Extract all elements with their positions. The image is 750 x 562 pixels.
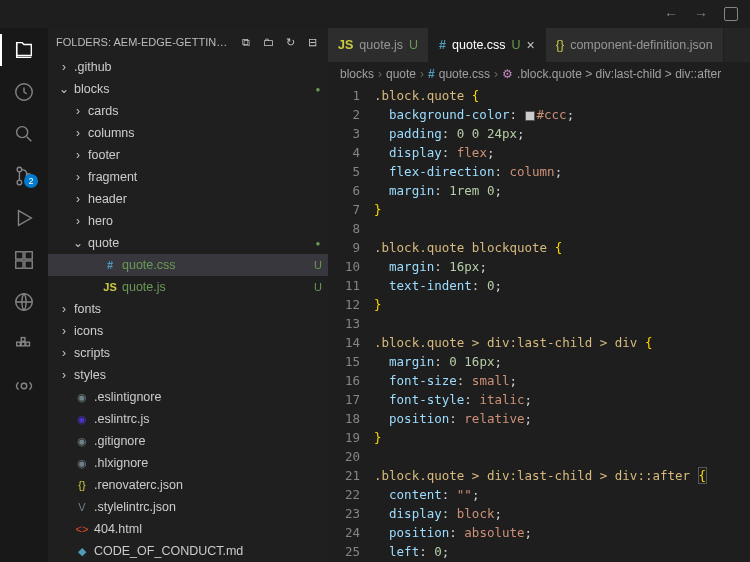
tab-status: U <box>409 38 418 52</box>
tab-quote.js[interactable]: JSquote.jsU <box>328 28 429 62</box>
nav-forward[interactable]: → <box>694 6 708 22</box>
titlebar: ← → <box>0 0 750 28</box>
folder-fonts[interactable]: ›fonts <box>48 298 328 320</box>
chevron-icon: › <box>58 60 70 74</box>
editor-area: JSquote.jsU#quote.cssU×{}component-defin… <box>328 28 750 562</box>
css-icon: # <box>102 259 118 271</box>
tree-label: fragment <box>88 170 304 184</box>
folder-scripts[interactable]: ›scripts <box>48 342 328 364</box>
activity-remote-icon[interactable] <box>10 288 38 316</box>
folder-styles[interactable]: ›styles <box>48 364 328 386</box>
html-icon: <> <box>74 523 90 535</box>
file-CODE_OF_CONDUCT.md[interactable]: ◆CODE_OF_CONDUCT.md <box>48 540 328 562</box>
json-icon: {} <box>556 38 564 52</box>
chevron-icon: › <box>58 368 70 382</box>
folder-columns[interactable]: ›columns <box>48 122 328 144</box>
chevron-icon: › <box>58 346 70 360</box>
chevron-right-icon: › <box>378 67 382 81</box>
activity-extensions-icon[interactable] <box>10 246 38 274</box>
svg-rect-8 <box>25 261 32 268</box>
chevron-icon <box>58 522 70 536</box>
tab-label: quote.css <box>452 38 506 52</box>
code-content[interactable]: .block.quote { background-color: #ccc; p… <box>374 86 750 562</box>
new-file-icon[interactable]: ⧉ <box>238 36 254 49</box>
tree-label: quote.css <box>122 258 304 272</box>
file-404.html[interactable]: <>404.html <box>48 518 328 540</box>
folder-title: FOLDERS: AEM-EDGE-GETTING-… <box>56 36 232 48</box>
svg-rect-11 <box>21 342 25 346</box>
folder-header[interactable]: ›header <box>48 188 328 210</box>
nav-back[interactable]: ← <box>664 6 678 22</box>
svg-point-1 <box>17 127 28 138</box>
tree-label: hero <box>88 214 304 228</box>
collapse-icon[interactable]: ⊟ <box>304 36 320 49</box>
svg-rect-10 <box>17 342 21 346</box>
file-.eslintignore[interactable]: ◉.eslintignore <box>48 386 328 408</box>
activity-timeline-icon[interactable] <box>10 78 38 106</box>
layout-toggle[interactable] <box>724 7 738 21</box>
file-.hlxignore[interactable]: ◉.hlxignore <box>48 452 328 474</box>
tree-label: fonts <box>74 302 304 316</box>
tree-label: header <box>88 192 304 206</box>
file-quote.js[interactable]: JSquote.jsU <box>48 276 328 298</box>
chevron-icon <box>58 434 70 448</box>
chevron-icon: › <box>72 192 84 206</box>
chevron-icon: › <box>72 104 84 118</box>
folder-icons[interactable]: ›icons <box>48 320 328 342</box>
code-editor[interactable]: 1 2 3 4 5 6 7 8 9 10 11 12 13 14 15 16 1… <box>328 86 750 562</box>
breadcrumb-segment[interactable]: quote.css <box>439 67 490 81</box>
tab-label: quote.js <box>359 38 403 52</box>
css-icon: # <box>428 67 435 81</box>
badge: 2 <box>24 174 38 188</box>
chevron-icon <box>58 500 70 514</box>
tree-label: CODE_OF_CONDUCT.md <box>94 544 304 558</box>
breadcrumb[interactable]: blocks›quote›# quote.css›⚙ .block.quote … <box>328 62 750 86</box>
activity-docker-icon[interactable] <box>10 330 38 358</box>
tree-label: .renovaterc.json <box>94 478 304 492</box>
tree-label: footer <box>88 148 304 162</box>
tree-label: .gitignore <box>94 434 304 448</box>
file-.renovaterc.json[interactable]: {}.renovaterc.json <box>48 474 328 496</box>
folder-footer[interactable]: ›footer <box>48 144 328 166</box>
new-folder-icon[interactable]: 🗀 <box>260 36 276 48</box>
tab-quote.css[interactable]: #quote.cssU× <box>429 28 546 62</box>
explorer-sidebar: FOLDERS: AEM-EDGE-GETTING-… ⧉ 🗀 ↻ ⊟ ›.gi… <box>48 28 328 562</box>
breadcrumb-segment[interactable]: blocks <box>340 67 374 81</box>
chevron-icon <box>58 456 70 470</box>
tree-label: styles <box>74 368 304 382</box>
css-icon: # <box>439 38 446 52</box>
file-.gitignore[interactable]: ◉.gitignore <box>48 430 328 452</box>
md-icon: ◆ <box>74 545 90 558</box>
chevron-icon <box>58 544 70 558</box>
refresh-icon[interactable]: ↻ <box>282 36 298 49</box>
line-gutter: 1 2 3 4 5 6 7 8 9 10 11 12 13 14 15 16 1… <box>328 86 374 562</box>
folder-quote[interactable]: ⌄quote● <box>48 232 328 254</box>
eslint-icon: ◉ <box>74 413 90 426</box>
tree-label: quote <box>88 236 304 250</box>
breadcrumb-segment[interactable]: quote <box>386 67 416 81</box>
activity-run-icon[interactable] <box>10 204 38 232</box>
file-.eslintrc.js[interactable]: ◉.eslintrc.js <box>48 408 328 430</box>
folder-fragment[interactable]: ›fragment <box>48 166 328 188</box>
close-icon[interactable]: × <box>527 37 535 53</box>
chevron-right-icon: › <box>494 67 498 81</box>
file-quote.css[interactable]: #quote.cssU <box>48 254 328 276</box>
ignore-icon: ◉ <box>74 457 90 470</box>
activity-source-control-icon[interactable]: 2 <box>10 162 38 190</box>
activity-live-icon[interactable] <box>10 372 38 400</box>
svg-rect-6 <box>25 252 32 259</box>
chevron-icon: › <box>72 170 84 184</box>
folder-cards[interactable]: ›cards <box>48 100 328 122</box>
breadcrumb-segment[interactable]: .block.quote > div:last-child > div::aft… <box>517 67 721 81</box>
chevron-icon: › <box>72 214 84 228</box>
tab-status: U <box>512 38 521 52</box>
folder-blocks[interactable]: ⌄blocks● <box>48 78 328 100</box>
file-.stylelintrc.json[interactable]: V.stylelintrc.json <box>48 496 328 518</box>
folder-.github[interactable]: ›.github <box>48 56 328 78</box>
tab-component-definition.json[interactable]: {}component-definition.json <box>546 28 724 62</box>
tree-label: .github <box>74 60 304 74</box>
git-status: U <box>308 259 328 271</box>
activity-explorer-icon[interactable] <box>10 36 38 64</box>
folder-hero[interactable]: ›hero <box>48 210 328 232</box>
activity-search-icon[interactable] <box>10 120 38 148</box>
